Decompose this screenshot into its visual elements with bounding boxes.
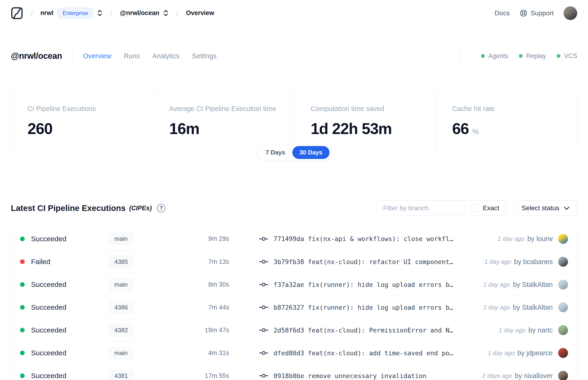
execution-duration: 7m 44s (177, 304, 229, 311)
author-avatar (558, 234, 568, 244)
breadcrumb-separator: / (110, 8, 112, 18)
stats-section: CI Pipeline Executions 260 Average CI Pi… (11, 90, 577, 153)
author: by jdpearce (517, 349, 553, 357)
branch-chip[interactable]: 4382 (109, 324, 133, 337)
breadcrumb-org[interactable]: nrwl (40, 9, 53, 17)
execution-row[interactable]: Succeeded 4381 17m 55s 0918b0be remove u… (11, 364, 577, 380)
execution-meta: 1 day ago by StalkAltan (483, 280, 568, 289)
execution-row[interactable]: Succeeded main 9m 29s 771499da fix(nx-ap… (11, 228, 577, 250)
commit-cell[interactable]: 771499da fix(nx-api & workflows): close … (259, 235, 491, 243)
execution-status: Failed (31, 258, 109, 266)
commit-message: 0918b0be remove unnecessary invalidation (274, 372, 426, 380)
stat-cache-hit-rate: Cache hit rate 66% (436, 90, 577, 153)
tab-settings[interactable]: Settings (192, 52, 217, 60)
execution-row[interactable]: Failed 4385 7m 13s 3b79fb38 feat(nx-clou… (11, 250, 577, 273)
execution-meta: 1 day ago by jdpearce (488, 348, 568, 358)
commit-cell[interactable]: b8726327 fix(runner): hide log upload er… (259, 304, 476, 311)
indicator-agents[interactable]: Agents (481, 53, 508, 60)
author: by nixallover (515, 372, 553, 380)
commit-cell[interactable]: 2d58f6d3 feat(nx-cloud): PermissionError… (259, 327, 492, 334)
branch-chip[interactable]: main (109, 232, 133, 245)
user-avatar[interactable] (564, 6, 577, 20)
branch-chip[interactable]: main (109, 347, 133, 359)
stat-suffix: % (472, 127, 479, 136)
support-link[interactable]: Support (520, 9, 554, 17)
commit-cell[interactable]: 0918b0be remove unnecessary invalidation (259, 372, 475, 380)
stat-label: Computation time saved (311, 105, 419, 113)
org-switcher-chevron-up-down-icon[interactable] (97, 9, 103, 17)
range-7-days-button[interactable]: 7 Days (259, 146, 292, 159)
execution-status: Succeeded (31, 235, 109, 243)
time-ago: 1 day ago (483, 281, 510, 288)
branch-chip[interactable]: main (109, 278, 133, 291)
executions-title-suffix: (CIPEs) (129, 205, 152, 212)
stat-ci-pipeline-executions: CI Pipeline Executions 260 (11, 90, 153, 153)
breadcrumb-workspace[interactable]: @nrwl/ocean (120, 9, 159, 17)
nx-cloud-logo-icon[interactable] (11, 7, 23, 20)
life-buoy-icon (520, 9, 528, 17)
git-commit-icon (259, 236, 268, 242)
git-commit-icon (259, 350, 268, 356)
execution-status: Succeeded (31, 281, 109, 288)
stat-label: CI Pipeline Executions (28, 105, 136, 113)
commit-cell[interactable]: 3b79fb38 feat(nx-cloud): refactor UI com… (259, 258, 477, 266)
commit-message: dfed80d3 feat(nx-cloud): add time-saved … (274, 349, 453, 357)
execution-duration: 4m 31s (177, 349, 229, 357)
executions-title: Latest CI Pipeline Executions (11, 203, 126, 213)
git-commit-icon (259, 373, 268, 378)
execution-duration: 9m 29s (177, 235, 229, 243)
execution-duration: 7m 13s (177, 258, 229, 266)
git-commit-icon (259, 305, 268, 310)
stat-value: 1d 22h 53m (311, 120, 392, 137)
support-label: Support (531, 9, 554, 17)
commit-message: 2d58f6d3 feat(nx-cloud): PermissionError… (274, 327, 453, 334)
branch-chip[interactable]: 4386 (109, 301, 133, 314)
execution-row[interactable]: Succeeded main 8m 30s f37a32ae fix(runne… (11, 273, 577, 296)
workspace-switcher-chevron-up-down-icon[interactable] (163, 9, 169, 17)
commit-cell[interactable]: dfed80d3 feat(nx-cloud): add time-saved … (259, 349, 481, 357)
indicator-vcs[interactable]: VCS (557, 53, 577, 60)
author-avatar (558, 325, 568, 335)
execution-duration: 8m 30s (177, 281, 229, 288)
stat-label: Cache hit rate (452, 105, 561, 113)
breadcrumb-page[interactable]: Overview (186, 9, 214, 17)
git-commit-icon (259, 282, 268, 287)
commit-message: 771499da fix(nx-api & workflows): close … (274, 235, 453, 243)
status-dot-icon (20, 373, 25, 378)
org-plan-badge[interactable]: Enterprise (58, 8, 93, 19)
help-question-circle-icon[interactable]: ? (157, 204, 165, 212)
branch-chip[interactable]: 4381 (109, 370, 133, 380)
tab-analytics[interactable]: Analytics (152, 52, 179, 60)
executions-controls: Exact Select status (377, 200, 577, 216)
range-30-days-button[interactable]: 30 Days (292, 146, 329, 159)
author-avatar (558, 348, 568, 358)
indicator-label: VCS (564, 53, 577, 60)
execution-row[interactable]: Succeeded 4382 19m 47s 2d58f6d3 feat(nx-… (11, 319, 577, 342)
docs-link[interactable]: Docs (495, 9, 510, 17)
stat-average-execution-time: Average CI Pipeline Execution time 16m (153, 90, 294, 153)
stat-value: 260 (28, 120, 53, 137)
exact-label[interactable]: Exact (483, 204, 499, 212)
select-status-dropdown[interactable]: Select status (514, 200, 577, 216)
execution-row[interactable]: Succeeded 4386 7m 44s b8726327 fix(runne… (11, 296, 577, 319)
date-range-toggle: 7 Days 30 Days (257, 144, 331, 161)
tab-runs[interactable]: Runs (124, 52, 140, 60)
execution-row[interactable]: Succeeded main 4m 31s dfed80d3 feat(nx-c… (11, 342, 577, 364)
branch-filter-group: Exact (377, 200, 506, 216)
green-dot-icon (481, 54, 485, 58)
nav-right-group: Docs Support (495, 6, 577, 20)
status-dot-icon (20, 351, 25, 355)
exact-checkbox[interactable] (471, 204, 479, 212)
workspace-tabs: Overview Runs Analytics Settings (83, 52, 217, 60)
branch-chip[interactable]: 4385 (109, 256, 133, 268)
time-ago: 1 day ago (484, 258, 511, 266)
commit-message: f37a32ae fix(runner): hide log upload er… (274, 281, 453, 288)
time-ago: 1 day ago (488, 349, 515, 357)
status-dot-icon (20, 328, 25, 333)
green-dot-icon (519, 54, 523, 58)
author-avatar (558, 303, 568, 312)
tab-overview[interactable]: Overview (83, 52, 112, 60)
indicator-replay[interactable]: Replay (519, 53, 546, 60)
branch-filter-input[interactable] (377, 201, 464, 216)
commit-cell[interactable]: f37a32ae fix(runner): hide log upload er… (259, 281, 476, 288)
